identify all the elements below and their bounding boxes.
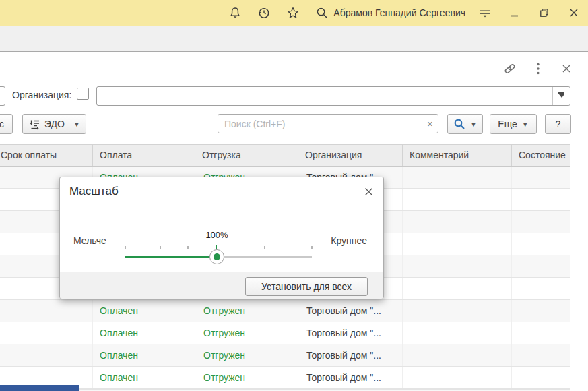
cutoff-button-label: с xyxy=(0,119,4,129)
scale-slider-dot xyxy=(214,253,220,260)
scale-larger-label: Крупнее xyxy=(331,235,367,246)
cell-shipment[interactable]: Отгружен xyxy=(195,367,298,388)
taskbar-item-fragment[interactable] xyxy=(0,385,79,391)
column-header-shipment[interactable]: Отгрузка xyxy=(195,145,298,166)
table-header-row: Срок оплаты Оплата Отгрузка Организация … xyxy=(0,144,570,167)
edo-button[interactable]: ЭДО ▼ xyxy=(22,114,86,134)
help-button[interactable]: ? xyxy=(545,114,571,134)
cell-payment[interactable]: Оплачен xyxy=(93,344,195,366)
organization-dropdown-button[interactable] xyxy=(552,87,570,105)
more-caret-icon: ▼ xyxy=(522,121,529,128)
cell-state[interactable] xyxy=(512,344,570,366)
cell-state[interactable] xyxy=(512,189,570,210)
cell-comment[interactable] xyxy=(403,322,512,344)
cell-due-date[interactable] xyxy=(0,300,93,322)
app-titlebar: Абрамов Геннадий Сергеевич xyxy=(0,0,588,26)
more-button[interactable]: Еще ▼ xyxy=(490,114,537,134)
cell-state[interactable] xyxy=(512,167,570,188)
search-input[interactable] xyxy=(218,115,422,133)
organization-combobox xyxy=(96,86,570,106)
global-search-icon[interactable] xyxy=(315,5,329,20)
cell-state[interactable] xyxy=(512,278,570,299)
restore-window-icon[interactable] xyxy=(537,5,552,20)
notifications-bell-icon[interactable] xyxy=(228,5,242,20)
cell-shipment[interactable]: Отгружен xyxy=(195,300,298,322)
column-header-organization[interactable]: Организация xyxy=(298,145,403,166)
cell-comment[interactable] xyxy=(403,367,512,388)
cell-comment[interactable] xyxy=(403,344,512,366)
cell-comment[interactable] xyxy=(403,255,512,277)
scale-slider-fill xyxy=(125,256,217,258)
cell-shipment[interactable]: Отгружен xyxy=(195,344,298,366)
close-window-icon[interactable] xyxy=(566,5,581,20)
organization-input[interactable] xyxy=(97,87,552,105)
cell-state[interactable] xyxy=(512,367,570,388)
cell-organization[interactable]: Торговый дом "... xyxy=(298,367,403,388)
cell-comment[interactable] xyxy=(403,189,512,210)
scale-tick xyxy=(311,246,313,249)
table-row[interactable]: Оплачен Отгружен Торговый дом "... xyxy=(0,367,570,389)
cell-payment[interactable]: Оплачен xyxy=(93,367,195,388)
cell-organization[interactable]: Торговый дом "... xyxy=(298,344,403,366)
scale-tick xyxy=(264,246,265,249)
cell-state[interactable] xyxy=(512,255,570,277)
service-menu-icon[interactable] xyxy=(478,5,492,20)
scale-smaller-label: Мельче xyxy=(73,235,106,246)
column-header-due-date[interactable]: Срок оплаты xyxy=(0,145,93,166)
column-header-payment[interactable]: Оплата xyxy=(93,145,195,166)
cell-shipment[interactable]: Отгружен xyxy=(195,322,298,344)
cell-organization[interactable]: Торговый дом "... xyxy=(298,300,403,322)
help-button-label: ? xyxy=(556,119,561,129)
search-clear-icon[interactable]: × xyxy=(422,115,438,133)
cell-comment[interactable] xyxy=(403,211,512,233)
current-user-name[interactable]: Абрамов Геннадий Сергеевич xyxy=(333,7,465,18)
dialog-close-icon[interactable] xyxy=(362,185,374,198)
column-header-comment[interactable]: Комментарий xyxy=(403,145,512,166)
favorites-star-icon[interactable] xyxy=(286,5,300,20)
dialog-footer: Установить для всех xyxy=(60,272,383,299)
menu-band xyxy=(0,26,588,52)
scale-tick-current xyxy=(216,245,217,249)
scale-current-value: 100% xyxy=(205,230,228,240)
cell-state[interactable] xyxy=(512,233,570,255)
apply-for-all-button[interactable]: Установить для всех xyxy=(245,277,368,296)
get-link-icon[interactable] xyxy=(503,62,517,76)
dialog-title: Масштаб xyxy=(69,185,119,198)
combo-bar xyxy=(558,92,564,94)
table-row[interactable]: Оплачен Отгружен Торговый дом "... xyxy=(0,300,570,322)
cell-payment[interactable]: Оплачен xyxy=(93,300,195,322)
cell-due-date[interactable] xyxy=(0,322,93,344)
edo-caret-icon: ▼ xyxy=(73,121,80,128)
scale-dialog: Масштаб Мельче Крупнее 100% Установить д… xyxy=(59,177,384,299)
cell-due-date[interactable] xyxy=(0,344,93,366)
more-actions-dots-icon[interactable] xyxy=(531,62,545,76)
search-box: × xyxy=(218,114,438,133)
scale-slider-handle[interactable] xyxy=(209,249,224,264)
organization-checkbox[interactable] xyxy=(77,88,89,100)
column-header-state[interactable]: Состояние xyxy=(512,145,570,166)
cell-organization[interactable]: Торговый дом "... xyxy=(298,322,403,344)
organization-label: Организация: xyxy=(12,90,71,100)
table-row[interactable]: Оплачен Отгружен Торговый дом "... xyxy=(0,322,570,344)
cell-state[interactable] xyxy=(512,322,570,344)
table-row[interactable]: Оплачен Отгружен Торговый дом "... xyxy=(0,344,570,367)
chevron-down-icon xyxy=(559,94,564,100)
cell-comment[interactable] xyxy=(403,233,512,255)
scale-tick xyxy=(125,246,126,249)
search-button[interactable]: ▼ xyxy=(447,114,483,134)
cell-payment[interactable]: Оплачен xyxy=(93,322,195,344)
scale-tick xyxy=(187,246,189,249)
cell-state[interactable] xyxy=(512,211,570,233)
cutoff-button-fragment[interactable]: с xyxy=(0,114,13,134)
cell-comment[interactable] xyxy=(403,167,512,188)
scale-tick xyxy=(160,246,161,249)
minimize-window-icon[interactable] xyxy=(507,5,522,20)
close-form-icon[interactable] xyxy=(560,62,573,76)
cutoff-field-fragment[interactable] xyxy=(0,86,5,106)
list-toolbar: с ЭДО ▼ × ▼ Еще ▼ ? xyxy=(0,114,588,134)
cell-state[interactable] xyxy=(512,300,570,322)
filter-row: Организация: xyxy=(0,86,588,107)
cell-comment[interactable] xyxy=(403,300,512,322)
cell-comment[interactable] xyxy=(403,278,512,299)
history-icon[interactable] xyxy=(257,5,271,20)
